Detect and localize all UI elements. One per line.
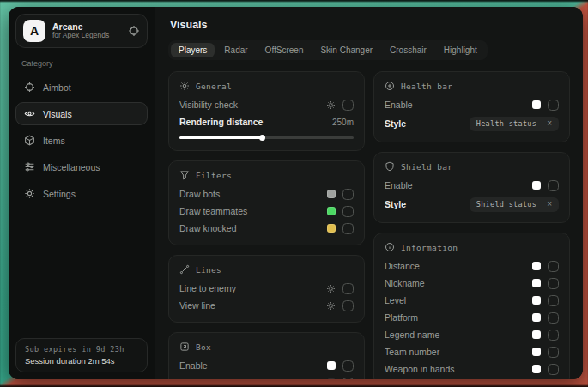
draw-knocked-checkbox[interactable]	[342, 223, 354, 234]
setting-label: Team number	[385, 347, 439, 357]
tab-bar: Players Radar OffScreen Skin Changer Cro…	[168, 40, 488, 60]
legend-name-checkbox[interactable]	[548, 330, 559, 341]
box-background-checkbox[interactable]	[342, 378, 354, 380]
setting-row-nickname: Nickname	[385, 275, 559, 292]
color-swatch[interactable]	[532, 279, 541, 287]
sun-icon	[179, 81, 190, 91]
setting-label: Platform	[385, 312, 418, 323]
sidebar-item-label: Miscellaneous	[43, 162, 100, 172]
shield-enable-checkbox[interactable]	[548, 180, 559, 191]
box-icon	[179, 342, 190, 352]
color-swatch[interactable]	[327, 378, 336, 379]
sidebar-item-label: Visuals	[43, 109, 72, 119]
settings-gear-icon[interactable]	[326, 100, 336, 110]
setting-row-rendering-distance: Rendering distance 250m	[179, 113, 354, 130]
panel-information: Information Distance Nickname	[373, 233, 570, 379]
color-swatch[interactable]	[532, 296, 541, 305]
panel-header: General	[179, 81, 354, 91]
panel-shield-bar: Shield bar Enable Style S	[373, 152, 570, 223]
color-swatch[interactable]	[327, 361, 336, 370]
setting-label: Draw knocked	[179, 223, 237, 233]
panel-title: Filters	[196, 171, 232, 180]
color-swatch[interactable]	[532, 313, 541, 322]
sidebar-nav: Aimbot Visuals Items Miscellaneous Setti…	[9, 74, 155, 207]
setting-row-box-enable-background: Enable background	[179, 374, 354, 379]
left-column: General Visibility check Rendering dista…	[168, 71, 365, 379]
sidebar-item-items[interactable]: Items	[15, 129, 148, 152]
sidebar-item-settings[interactable]: Settings	[15, 182, 148, 205]
color-swatch[interactable]	[532, 330, 541, 339]
clear-icon[interactable]: ×	[547, 119, 552, 128]
tab-players[interactable]: Players	[171, 43, 215, 57]
rendering-distance-slider[interactable]	[179, 134, 354, 141]
setting-row-draw-teammates: Draw teammates	[179, 203, 354, 220]
panel-title: Shield bar	[401, 162, 452, 172]
tab-offscreen[interactable]: OffScreen	[258, 43, 312, 57]
panel-title: Information	[401, 243, 458, 252]
sub-expires-text: Sub expires in 9d 23h	[25, 345, 138, 354]
panel-columns: General Visibility check Rendering dista…	[168, 71, 570, 379]
tab-highlight[interactable]: Highlight	[436, 43, 485, 57]
line-icon	[179, 264, 190, 275]
setting-label: Style	[385, 199, 406, 209]
setting-label: Rendering distance	[179, 117, 263, 127]
color-swatch[interactable]	[532, 262, 541, 270]
settings-gear-icon[interactable]	[326, 284, 336, 293]
tab-radar[interactable]: Radar	[216, 43, 255, 57]
visibility-check-checkbox[interactable]	[342, 100, 354, 111]
app-meta: Arcane for Apex Legends	[52, 21, 121, 40]
setting-label: Style	[385, 118, 406, 129]
nickname-checkbox[interactable]	[548, 278, 559, 289]
color-swatch[interactable]	[532, 100, 541, 109]
team-number-checkbox[interactable]	[548, 347, 559, 358]
color-swatch[interactable]	[327, 190, 336, 198]
setting-label: Enable background	[179, 378, 263, 379]
panel-title: General	[196, 82, 232, 91]
setting-row-draw-bots: Draw bots	[179, 185, 354, 203]
settings-gear-icon[interactable]	[326, 301, 336, 311]
setting-label: Draw bots	[179, 189, 220, 199]
setting-row-visibility-check: Visibility check	[179, 96, 354, 113]
tab-skin-changer[interactable]: Skin Changer	[312, 43, 380, 57]
level-checkbox[interactable]	[548, 295, 559, 306]
color-swatch[interactable]	[532, 181, 541, 190]
box-enable-checkbox[interactable]	[342, 360, 354, 372]
right-column: Health bar Enable Style H	[373, 71, 570, 379]
sidebar-item-label: Aimbot	[43, 82, 71, 93]
sidebar-item-visuals[interactable]: Visuals	[15, 102, 148, 125]
weapon-in-hands-checkbox[interactable]	[548, 364, 559, 375]
setting-label: Weapon in hands	[385, 364, 455, 374]
color-swatch[interactable]	[532, 348, 541, 356]
sidebar-item-aimbot[interactable]: Aimbot	[15, 76, 148, 99]
setting-label: Distance	[385, 261, 420, 271]
health-enable-checkbox[interactable]	[548, 100, 559, 111]
app-header-card: A Arcane for Apex Legends	[15, 14, 148, 48]
funnel-icon	[179, 170, 190, 180]
setting-label: Enable	[179, 360, 208, 371]
distance-checkbox[interactable]	[548, 261, 559, 272]
eye-icon	[24, 108, 35, 119]
tab-crosshair[interactable]: Crosshair	[382, 43, 434, 57]
setting-row-legend-name: Legend name	[385, 326, 559, 343]
line-to-enemy-checkbox[interactable]	[342, 283, 354, 294]
color-swatch[interactable]	[532, 365, 541, 373]
clear-icon[interactable]: ×	[547, 200, 552, 209]
setting-row-platform: Platform	[385, 309, 559, 326]
crosshair-icon[interactable]	[128, 25, 140, 37]
session-duration-text: Session duration 2m 54s	[25, 356, 138, 366]
sidebar-item-miscellaneous[interactable]: Miscellaneous	[15, 155, 148, 178]
platform-checkbox[interactable]	[548, 312, 559, 324]
draw-bots-checkbox[interactable]	[342, 189, 354, 200]
draw-teammates-checkbox[interactable]	[342, 206, 354, 217]
gear-icon	[24, 188, 35, 199]
setting-label: Enable	[385, 180, 413, 190]
crosshair-icon	[24, 82, 35, 93]
color-swatch[interactable]	[327, 207, 336, 215]
setting-row-team-number: Team number	[385, 343, 559, 360]
desktop-background: A Arcane for Apex Legends Category Aimbo…	[0, 0, 588, 387]
color-swatch[interactable]	[327, 224, 336, 233]
health-style-select[interactable]: Health status ×	[470, 117, 559, 131]
setting-row-shield-enable: Enable	[385, 177, 559, 194]
shield-style-select[interactable]: Shield status ×	[470, 197, 559, 212]
view-line-checkbox[interactable]	[342, 300, 354, 311]
